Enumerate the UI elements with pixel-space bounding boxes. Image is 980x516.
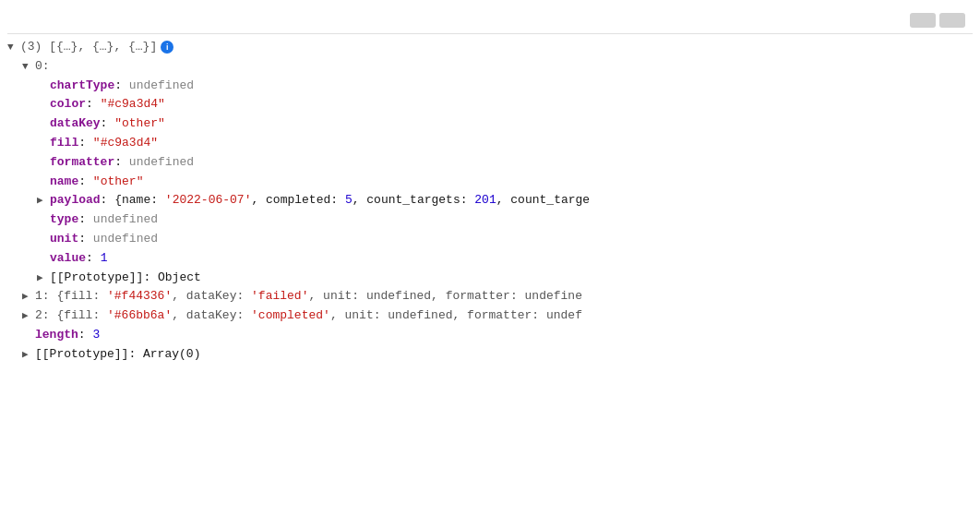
- payload-toggle[interactable]: [37, 193, 50, 210]
- item1-preview-mid: , dataKey:: [172, 287, 251, 306]
- charttype-key: chartType: [50, 77, 114, 96]
- item2-preview-mid: , dataKey:: [172, 306, 251, 326]
- payload-key: payload: [50, 191, 101, 210]
- item1-fill-val: '#f44336': [107, 287, 172, 306]
- payload-count-targets-val: 201: [474, 191, 496, 210]
- item2-line[interactable]: 2: {fill: '#66bb6a' , dataKey: 'complete…: [7, 306, 973, 326]
- value-key: value: [50, 249, 86, 269]
- charttype-colon: :: [114, 77, 129, 96]
- unit-value: undefined: [93, 230, 158, 249]
- item0-label-line[interactable]: 0:: [7, 57, 973, 77]
- datakey-value: "other": [114, 114, 165, 134]
- name-colon: :: [78, 173, 93, 192]
- info-badge: i: [161, 41, 173, 54]
- name-line: name : "other": [7, 173, 973, 192]
- formatter-line: formatter : undefined: [7, 153, 973, 173]
- prototype-toggle[interactable]: [37, 270, 50, 287]
- charttype-line: chartType : undefined: [7, 77, 973, 96]
- root-array-line[interactable]: (3) [{…}, {…}, {…}] i: [7, 38, 973, 57]
- unit-key: unit: [50, 230, 78, 249]
- payload-completed-val: 5: [345, 191, 353, 210]
- array-prototype-line[interactable]: [[Prototype]]: Array(0): [7, 345, 973, 365]
- color-value: "#c9a3d4": [101, 95, 165, 114]
- prototype-label: [[Prototype]]: Object: [50, 269, 201, 288]
- prototype-line[interactable]: [[Prototype]]: Object: [7, 269, 973, 288]
- color-line: color : "#c9a3d4": [7, 95, 973, 114]
- fill-colon: :: [78, 134, 93, 153]
- root-label: (3) [{…}, {…}, {…}]: [20, 38, 157, 57]
- value-line: value : 1: [7, 249, 973, 269]
- item1-toggle[interactable]: [22, 289, 35, 306]
- item2-fill-val: '#66bb6a': [107, 306, 172, 326]
- payload-truncated: , count_targe: [496, 191, 590, 210]
- item2-toggle[interactable]: [22, 308, 35, 325]
- top-bar: [7, 11, 973, 34]
- payload-comma2: , count_targets:: [353, 191, 475, 210]
- formatter-colon: :: [114, 153, 129, 173]
- name-key: name: [50, 173, 78, 192]
- payload-comma1: , completed:: [251, 191, 344, 210]
- item1-datakey-val: 'failed': [251, 287, 308, 306]
- console-output: (3) [{…}, {…}, {…}] i 0: chartType : und…: [0, 7, 980, 368]
- array-prototype-label: [[Prototype]]: Array(0): [35, 345, 200, 365]
- item2-datakey-val: 'completed': [251, 306, 330, 326]
- payload-name-val: '2022-06-07': [165, 191, 252, 210]
- unit-colon: :: [78, 230, 93, 249]
- fill-line: fill : "#c9a3d4": [7, 134, 973, 153]
- fill-value: "#c9a3d4": [93, 134, 158, 153]
- type-value: undefined: [93, 210, 158, 230]
- array-prototype-toggle[interactable]: [22, 347, 35, 364]
- payload-colon: : {name:: [101, 191, 165, 210]
- value-colon: :: [86, 249, 101, 269]
- payload-line[interactable]: payload : {name: '2022-06-07' , complete…: [7, 191, 973, 210]
- unit-line: unit : undefined: [7, 230, 973, 249]
- item1-preview-end: , unit: undefined, formatter: undefine: [308, 287, 581, 306]
- color-colon: :: [86, 95, 101, 114]
- top-bar-buttons: [910, 13, 965, 28]
- item2-preview-end: , unit: undefined, formatter: undef: [330, 306, 582, 326]
- length-key: length: [35, 326, 78, 345]
- color-key: color: [50, 95, 86, 114]
- datakey-colon: :: [101, 114, 115, 134]
- type-line: type : undefined: [7, 210, 973, 230]
- fill-key: fill: [50, 134, 78, 153]
- type-colon: :: [78, 210, 93, 230]
- item0-label: 0:: [35, 57, 50, 77]
- name-value: "other": [93, 173, 144, 192]
- top-bar-btn-1[interactable]: [910, 13, 936, 28]
- item0-toggle[interactable]: [22, 59, 35, 76]
- formatter-value: undefined: [129, 153, 194, 173]
- type-key: type: [50, 210, 78, 230]
- item2-preview-start: 2: {fill:: [35, 306, 107, 326]
- datakey-key: dataKey: [50, 114, 101, 134]
- charttype-value: undefined: [129, 77, 194, 96]
- top-bar-btn-2[interactable]: [939, 13, 965, 28]
- length-colon: :: [78, 326, 93, 345]
- datakey-line: dataKey : "other": [7, 114, 973, 134]
- length-value: 3: [92, 326, 100, 345]
- item1-preview-start: 1: {fill:: [35, 287, 107, 306]
- root-toggle-arrow[interactable]: [7, 40, 20, 56]
- value-val: 1: [101, 249, 108, 269]
- formatter-key: formatter: [50, 153, 114, 173]
- length-line: length : 3: [7, 326, 973, 345]
- item1-line[interactable]: 1: {fill: '#f44336' , dataKey: 'failed' …: [7, 287, 973, 306]
